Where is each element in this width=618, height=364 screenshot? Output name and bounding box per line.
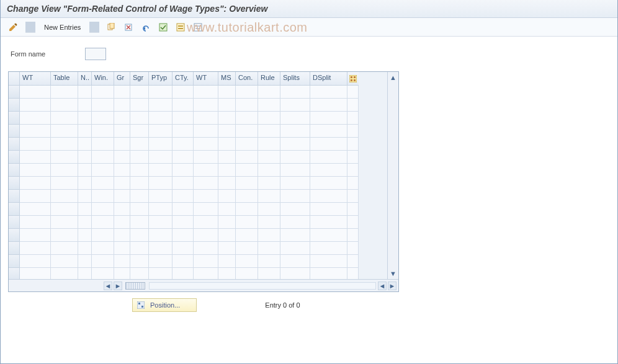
column-header[interactable]: WT bbox=[194, 72, 218, 86]
table-cell[interactable] bbox=[114, 112, 130, 125]
table-cell[interactable] bbox=[78, 86, 92, 99]
scroll-left-end-icon[interactable]: ◄ bbox=[378, 282, 387, 290]
table-cell[interactable] bbox=[20, 138, 51, 151]
table-cell[interactable] bbox=[236, 255, 258, 268]
column-header[interactable]: Gr bbox=[114, 72, 130, 86]
scroll-left-icon[interactable]: ◄ bbox=[104, 282, 112, 290]
table-cell[interactable] bbox=[280, 268, 310, 279]
table-cell[interactable] bbox=[92, 151, 114, 164]
table-cell[interactable] bbox=[114, 242, 130, 255]
table-cell[interactable] bbox=[236, 112, 258, 125]
form-name-input[interactable] bbox=[85, 48, 106, 60]
vertical-scrollbar[interactable]: ▲ ▼ bbox=[387, 72, 398, 279]
position-button[interactable]: Position... bbox=[132, 298, 197, 312]
column-header[interactable]: DSplit bbox=[310, 72, 347, 86]
table-cell[interactable] bbox=[172, 164, 194, 177]
column-header[interactable]: Sgr bbox=[130, 72, 149, 86]
table-cell[interactable] bbox=[236, 203, 258, 216]
table-cell[interactable] bbox=[51, 190, 78, 203]
table-cell[interactable] bbox=[194, 164, 218, 177]
table-cell[interactable] bbox=[149, 164, 172, 177]
table-cell[interactable] bbox=[51, 216, 78, 229]
table-cell[interactable] bbox=[20, 125, 51, 138]
table-cell[interactable] bbox=[172, 112, 194, 125]
table-cell[interactable] bbox=[218, 242, 236, 255]
toggle-edit-icon[interactable] bbox=[6, 21, 20, 33]
table-cell[interactable] bbox=[114, 125, 130, 138]
table-cell[interactable] bbox=[236, 229, 258, 242]
table-cell[interactable] bbox=[51, 203, 78, 216]
table-cell[interactable] bbox=[194, 190, 218, 203]
table-cell[interactable] bbox=[236, 86, 258, 99]
table-cell[interactable] bbox=[78, 242, 92, 255]
table-cell[interactable] bbox=[20, 112, 51, 125]
row-selector[interactable] bbox=[9, 255, 20, 268]
table-cell[interactable] bbox=[78, 138, 92, 151]
table-cell[interactable] bbox=[236, 268, 258, 279]
table-cell[interactable] bbox=[92, 99, 114, 112]
table-cell[interactable] bbox=[310, 255, 347, 268]
table-cell[interactable] bbox=[280, 112, 310, 125]
table-cell[interactable] bbox=[114, 86, 130, 99]
table-cell[interactable] bbox=[149, 216, 172, 229]
table-cell[interactable] bbox=[20, 177, 51, 190]
table-cell[interactable] bbox=[218, 255, 236, 268]
table-cell[interactable] bbox=[218, 203, 236, 216]
row-selector[interactable] bbox=[9, 203, 20, 216]
table-cell[interactable] bbox=[258, 216, 280, 229]
table-cell[interactable] bbox=[92, 125, 114, 138]
table-cell[interactable] bbox=[149, 229, 172, 242]
table-cell[interactable] bbox=[218, 229, 236, 242]
table-cell[interactable] bbox=[51, 242, 78, 255]
table-cell[interactable] bbox=[236, 242, 258, 255]
table-cell[interactable] bbox=[114, 255, 130, 268]
table-cell[interactable] bbox=[280, 216, 310, 229]
row-selector[interactable] bbox=[9, 112, 20, 125]
table-cell[interactable] bbox=[20, 99, 51, 112]
table-cell[interactable] bbox=[92, 138, 114, 151]
table-cell[interactable] bbox=[310, 242, 347, 255]
table-cell[interactable] bbox=[310, 86, 347, 99]
row-selector[interactable] bbox=[9, 99, 20, 112]
table-cell[interactable] bbox=[149, 255, 172, 268]
table-cell[interactable] bbox=[258, 203, 280, 216]
table-cell[interactable] bbox=[258, 86, 280, 99]
table-cell[interactable] bbox=[194, 268, 218, 279]
table-cell[interactable] bbox=[310, 125, 347, 138]
table-cell[interactable] bbox=[114, 190, 130, 203]
table-cell[interactable] bbox=[218, 177, 236, 190]
column-header[interactable]: WT bbox=[20, 72, 51, 86]
table-cell[interactable] bbox=[149, 138, 172, 151]
table-cell[interactable] bbox=[172, 125, 194, 138]
table-cell[interactable] bbox=[194, 112, 218, 125]
table-cell[interactable] bbox=[280, 177, 310, 190]
table-cell[interactable] bbox=[310, 216, 347, 229]
table-cell[interactable] bbox=[236, 164, 258, 177]
copy-icon[interactable] bbox=[104, 21, 118, 33]
table-cell[interactable] bbox=[51, 177, 78, 190]
table-cell[interactable] bbox=[149, 151, 172, 164]
table-cell[interactable] bbox=[51, 86, 78, 99]
row-selector[interactable] bbox=[9, 151, 20, 164]
table-cell[interactable] bbox=[218, 138, 236, 151]
table-cell[interactable] bbox=[130, 177, 149, 190]
table-cell[interactable] bbox=[114, 268, 130, 279]
table-cell[interactable] bbox=[92, 242, 114, 255]
table-cell[interactable] bbox=[258, 138, 280, 151]
horizontal-scrollbar[interactable]: ◄ ► ◄ ► bbox=[9, 279, 398, 291]
table-cell[interactable] bbox=[236, 99, 258, 112]
table-cell[interactable] bbox=[280, 203, 310, 216]
table-cell[interactable] bbox=[280, 190, 310, 203]
table-cell[interactable] bbox=[258, 229, 280, 242]
table-cell[interactable] bbox=[92, 86, 114, 99]
table-cell[interactable] bbox=[130, 255, 149, 268]
undo-icon[interactable] bbox=[139, 21, 153, 33]
table-cell[interactable] bbox=[78, 112, 92, 125]
table-cell[interactable] bbox=[130, 125, 149, 138]
table-cell[interactable] bbox=[78, 164, 92, 177]
deselect-all-icon[interactable] bbox=[191, 21, 205, 33]
table-cell[interactable] bbox=[149, 203, 172, 216]
table-cell[interactable] bbox=[149, 242, 172, 255]
table-cell[interactable] bbox=[78, 216, 92, 229]
table-cell[interactable] bbox=[51, 151, 78, 164]
